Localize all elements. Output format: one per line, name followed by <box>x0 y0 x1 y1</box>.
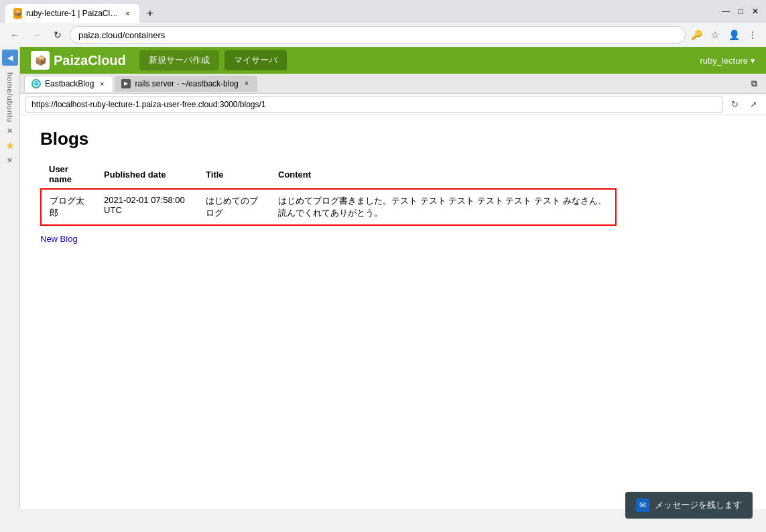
page-content: Blogs User name Published date Title Con… <box>20 115 766 509</box>
expand-button[interactable]: ⧉ <box>746 76 762 92</box>
menu-icon[interactable]: ⋮ <box>745 27 761 43</box>
paiza-logo: 📦 PaizaCloud <box>31 51 126 70</box>
sidebar-vertical-text: home/ubuntu <box>6 72 14 123</box>
user-label: ruby_lecture <box>700 56 748 66</box>
user-menu[interactable]: ruby_lecture ▾ <box>700 56 755 66</box>
table-header-row: User name Published date Title Content <box>41 160 616 189</box>
forward-button[interactable]: → <box>27 25 46 44</box>
cell-title: はじめてのブログ <box>198 189 270 225</box>
arrow-icon: ◀ <box>7 54 13 62</box>
logo-icon: 📦 <box>31 51 50 70</box>
address-right-icons: 🔑 ☆ 👤 ⋮ <box>688 27 761 43</box>
paiza-nav: 📦 PaizaCloud 新規サーバ作成 マイサーバ ruby_lecture … <box>20 47 766 74</box>
inner-tab2-label: rails server - ~/eastback-blog <box>135 79 238 88</box>
expand-icon: ⧉ <box>751 78 757 89</box>
col-header-title: Title <box>198 160 270 189</box>
sidebar-collapse-btn[interactable]: ◀ <box>2 50 18 66</box>
account-icon[interactable]: 👤 <box>726 27 742 43</box>
new-blog-link[interactable]: New Blog <box>40 234 78 244</box>
inner-reload-icon[interactable]: ↻ <box>727 97 742 112</box>
col-header-published-date: Published date <box>96 160 198 189</box>
inner-address-bar: ↻ ➚ <box>20 94 766 115</box>
sidebar-star: ★ <box>5 139 15 152</box>
col-header-content: Content <box>270 160 616 189</box>
inner-tab2-close[interactable]: × <box>243 80 251 88</box>
table-row: ブログ太郎 2021-02-01 07:58:00 UTC はじめてのブログ は… <box>41 189 616 225</box>
page-title: Blogs <box>40 129 746 149</box>
paiza-sidebar: ◀ home/ubuntu ✕ ★ ✕ <box>0 47 20 509</box>
globe-icon: 🌐 <box>31 79 41 88</box>
my-server-button[interactable]: マイサーバ <box>225 50 287 70</box>
blog-table: User name Published date Title Content ブ… <box>40 160 617 226</box>
inner-tab-eastbackblog[interactable]: 🌐 EastbackBlog × <box>24 76 113 92</box>
col-header-username: User name <box>41 160 96 189</box>
reload-button[interactable]: ↻ <box>48 25 67 44</box>
window-controls: — □ ✕ <box>720 6 761 17</box>
logo-text: PaizaCloud <box>54 53 126 68</box>
dropdown-icon: ▾ <box>751 56 755 66</box>
new-tab-button[interactable]: + <box>141 4 159 23</box>
inner-tab1-close[interactable]: × <box>98 80 106 88</box>
message-label: メッセージを残します <box>655 499 742 511</box>
new-server-button[interactable]: 新規サーバ作成 <box>139 50 219 70</box>
browser-tab-active[interactable]: 📦 ruby-lecture-1 | PaizaCloud - Ins × <box>5 4 139 23</box>
back-button[interactable]: ← <box>5 25 24 44</box>
sidebar-x-btn[interactable]: ✕ <box>7 127 13 135</box>
inner-address-input[interactable] <box>25 96 723 113</box>
message-button[interactable]: ✉ メッセージを残します <box>625 492 753 519</box>
title-bar: 📦 ruby-lecture-1 | PaizaCloud - Ins × + … <box>0 0 766 23</box>
browser-inner: ◀ home/ubuntu ✕ ★ ✕ 📦 PaizaCloud 新規サーバ作成… <box>0 47 766 509</box>
cell-content: はじめてブログ書きました。テスト テスト テスト テスト テスト テスト みなさ… <box>270 189 616 225</box>
address-bar-row: ← → ↻ 🔑 ☆ 👤 ⋮ <box>0 23 766 47</box>
tab-favicon: 📦 <box>13 8 22 19</box>
cell-published-date: 2021-02-01 07:58:00 UTC <box>96 189 198 225</box>
key-icon: 🔑 <box>688 27 704 43</box>
tab-close-btn[interactable]: × <box>124 9 131 18</box>
address-input[interactable] <box>70 26 686 44</box>
inner-tab-rails-server[interactable]: ▶ rails server - ~/eastback-blog × <box>115 76 257 92</box>
close-button[interactable]: ✕ <box>750 6 761 17</box>
inner-external-icon[interactable]: ➚ <box>746 97 761 112</box>
cell-username: ブログ太郎 <box>41 189 96 225</box>
minimize-button[interactable]: — <box>720 6 731 17</box>
terminal-icon: ▶ <box>121 79 131 88</box>
sidebar-x2-btn[interactable]: ✕ <box>7 156 13 165</box>
plus-icon: + <box>147 7 153 19</box>
inner-tab1-label: EastbackBlog <box>45 79 94 88</box>
browser-content-area: 📦 PaizaCloud 新規サーバ作成 マイサーバ ruby_lecture … <box>20 47 766 509</box>
maximize-button[interactable]: □ <box>735 6 746 17</box>
inner-tab-bar: 🌐 EastbackBlog × ▶ rails server - ~/east… <box>20 74 766 94</box>
message-icon: ✉ <box>636 498 649 512</box>
star-icon[interactable]: ☆ <box>707 27 723 43</box>
tab-label: ruby-lecture-1 | PaizaCloud - Ins <box>26 9 120 18</box>
